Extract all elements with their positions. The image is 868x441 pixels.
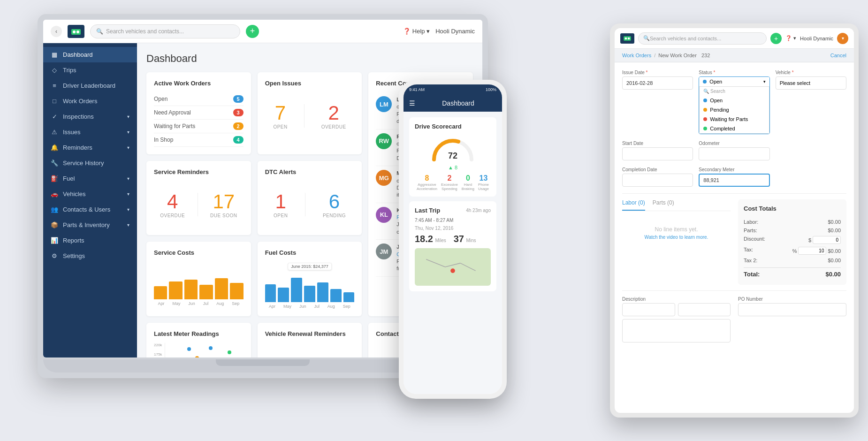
bar <box>291 278 302 303</box>
dtc-alerts-card: DTC Alerts 1 OPEN 6 PENDING <box>258 161 362 235</box>
stat-label: HardBraking <box>462 182 474 191</box>
top-bar-right: ❓ Help ▾ Hooli Dynamic <box>403 28 475 35</box>
po-number-input[interactable] <box>738 303 846 316</box>
fuel-costs-chart <box>265 265 355 302</box>
tablet-logo <box>620 33 634 44</box>
tax2-label: Tax 2: <box>744 258 757 263</box>
sidebar-item-fuel[interactable]: ⛽ Fuel ▾ <box>43 171 137 186</box>
dot-icon <box>703 99 707 102</box>
po-label: PO Number <box>738 297 846 302</box>
form-row-3: Completion Date Secondary Meter <box>622 167 846 187</box>
vehicles-icon: 🚗 <box>51 190 58 198</box>
learn-more-link[interactable]: Watch the video to learn more. <box>632 235 721 240</box>
status-option-completed[interactable]: Completed <box>700 124 769 133</box>
chevron-down-icon: ▾ <box>127 207 129 212</box>
active-work-orders-card: Active Work Orders Open 5 Need Approval … <box>146 72 251 154</box>
tab-labor[interactable]: Labor (0) <box>622 199 645 211</box>
tab-parts[interactable]: Parts (0) <box>653 199 674 211</box>
secondary-meter-input[interactable] <box>699 174 769 187</box>
search-status[interactable]: 🔍 Search <box>700 87 769 96</box>
empty-message: No line items yet. Watch the video to le… <box>622 217 731 249</box>
sidebar-item-issues[interactable]: ⚠ Issues ▾ <box>43 124 137 140</box>
wo-open-badge: 5 <box>233 95 244 103</box>
service-costs-card: Service Costs Apr May <box>146 242 251 316</box>
help-icon[interactable]: ❓ ▾ <box>785 35 796 41</box>
bar <box>265 284 276 303</box>
breadcrumb-work-orders[interactable]: Work Orders <box>622 53 651 58</box>
nav-back-button[interactable]: ‹ <box>51 26 62 37</box>
laptop-base-notch <box>216 359 310 366</box>
help-label[interactable]: ❓ Help ▾ <box>403 28 430 35</box>
status-option-open[interactable]: Open <box>700 96 769 105</box>
tablet-top-right: ❓ ▾ Hooli Dynamic ▾ <box>785 33 848 44</box>
last-trip-card: Last Trip 4h 23m ago 7:45 AM - 8:27 AM T… <box>409 201 496 291</box>
sidebar-item-work-orders[interactable]: □ Work Orders <box>43 93 137 109</box>
issue-date-input[interactable] <box>622 76 693 90</box>
meter-scatter-chart <box>165 343 243 357</box>
section-divider <box>622 193 846 194</box>
vehicle-select[interactable]: Please select <box>776 76 846 90</box>
sidebar-item-label: Driver Leaderboard <box>63 82 115 89</box>
description-textarea[interactable] <box>622 319 731 342</box>
sidebar-item-trips[interactable]: ◇ Trips <box>43 62 137 78</box>
open-count: 7 <box>273 102 287 124</box>
sidebar-item-inspections[interactable]: ✓ Inspections ▾ <box>43 109 137 124</box>
secondary-meter-group: Secondary Meter <box>699 167 769 187</box>
dtc-pending-count: 6 <box>323 190 346 213</box>
open-label: OPEN <box>273 124 287 129</box>
description-sub-select[interactable] <box>678 303 731 316</box>
option-label: Open <box>710 98 723 103</box>
scatter-dot <box>209 346 213 350</box>
last-trip-date: Thu, Nov 12, 2016 <box>415 226 491 231</box>
sidebar-item-dashboard[interactable]: ▦ Dashboard <box>43 47 137 62</box>
sidebar-item-label: Issues <box>63 129 81 136</box>
add-button[interactable]: + <box>246 25 259 38</box>
start-date-input[interactable] <box>622 147 693 160</box>
bar <box>304 286 315 302</box>
dtc-pending-label: PENDING <box>323 213 346 218</box>
odometer-input[interactable] <box>699 147 769 160</box>
sidebar-item-contacts-users[interactable]: 👥 Contacts & Users ▾ <box>43 202 137 217</box>
wo-need-approval: Need Approval 3 <box>154 106 244 120</box>
svg-rect-4 <box>415 252 491 282</box>
bar <box>169 281 182 300</box>
sidebar-item-vehicles[interactable]: 🚗 Vehicles ▾ <box>43 186 137 202</box>
cancel-button[interactable]: Cancel <box>830 53 846 58</box>
search-bar[interactable]: 🔍 Search vehicles and contacts... <box>90 24 240 38</box>
card-title: Active Work Orders <box>154 80 244 87</box>
sidebar-item-settings[interactable]: ⚙ Settings <box>43 248 137 264</box>
discount-input[interactable] <box>813 236 841 244</box>
status-dropdown-header[interactable]: Open ▾ <box>699 77 769 86</box>
status-dropdown[interactable]: Open ▾ 🔍 Search Open Pending <box>699 76 769 134</box>
cost-row-discount: Discount: $ <box>744 235 841 245</box>
tablet-search-bar[interactable]: 🔍 Search vehicles and contacts... <box>638 32 767 45</box>
status-option-waiting[interactable]: Waiting for Parts <box>700 114 769 124</box>
avatar: KL <box>376 207 392 223</box>
chart-labels: Apr May Jun Jul Aug Sep <box>265 304 355 309</box>
po-group: PO Number <box>738 297 846 344</box>
completion-date-input[interactable] <box>622 174 693 187</box>
cost-totals-title: Cost Totals <box>744 205 841 212</box>
total-label: Total: <box>744 271 760 278</box>
phone-nav-bar: ☰ Dashboard <box>404 95 502 112</box>
status-option-pending[interactable]: Pending <box>700 105 769 114</box>
sidebar-item-parts-inventory[interactable]: 📦 Parts & Inventory ▾ <box>43 217 137 233</box>
sidebar-item-service-history[interactable]: 🔧 Service History <box>43 155 137 171</box>
tax-label: Tax: <box>744 247 753 255</box>
sidebar-item-reminders[interactable]: 🔔 Reminders ▾ <box>43 140 137 155</box>
scatter-dot <box>195 356 199 357</box>
sidebar-item-reports[interactable]: 📊 Reports <box>43 233 137 248</box>
sidebar-item-label: Vehicles <box>63 190 85 198</box>
dot-icon <box>703 127 707 130</box>
tablet-frame: 🔍 Search vehicles and contacts... + ❓ ▾ … <box>610 23 859 418</box>
tax2-value: $0.00 <box>828 258 841 263</box>
tablet-add-button[interactable]: + <box>770 33 782 44</box>
stat-label: PhoneUsage <box>478 182 489 191</box>
description-type-select[interactable] <box>622 303 675 316</box>
page-title: Dashboard <box>146 53 473 65</box>
hamburger-icon[interactable]: ☰ <box>409 99 415 107</box>
wo-in-shop: In Shop 4 <box>154 133 244 147</box>
tax-percent-input[interactable] <box>798 247 826 255</box>
odometer-group: Odometer <box>699 141 769 160</box>
sidebar-item-driver-leaderboard[interactable]: ≡ Driver Leaderboard <box>43 78 137 93</box>
